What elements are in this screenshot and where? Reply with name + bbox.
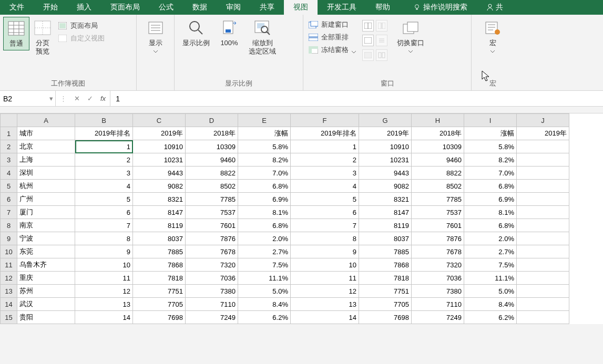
reset-position-button[interactable] bbox=[376, 49, 387, 61]
row-header-9[interactable]: 9 bbox=[1, 232, 17, 245]
cell[interactable]: 2 bbox=[291, 153, 359, 167]
cell[interactable]: 5 bbox=[75, 193, 133, 206]
cell[interactable]: 7380 bbox=[186, 285, 238, 298]
cell[interactable]: 11.1% bbox=[464, 272, 517, 285]
cell[interactable]: 2019年 bbox=[359, 127, 412, 140]
cell[interactable]: 7876 bbox=[412, 232, 464, 245]
cell[interactable]: 7110 bbox=[412, 298, 464, 311]
cell[interactable]: 2.0% bbox=[464, 232, 517, 245]
col-header-C[interactable]: C bbox=[133, 114, 186, 127]
cell[interactable]: 10 bbox=[291, 258, 359, 272]
spreadsheet-grid[interactable]: ABCDEFGHIJ1城市2019年排名2019年2018年涨幅2019年排名2… bbox=[0, 113, 603, 324]
cell[interactable]: 城市 bbox=[17, 127, 75, 140]
cell[interactable]: 7751 bbox=[359, 285, 412, 298]
cell[interactable] bbox=[517, 298, 569, 311]
cell[interactable]: 7 bbox=[75, 219, 133, 232]
cell[interactable]: 12 bbox=[291, 285, 359, 298]
cell[interactable]: 8 bbox=[291, 232, 359, 245]
cell[interactable]: 7249 bbox=[412, 311, 464, 324]
cell[interactable]: 9082 bbox=[359, 180, 412, 193]
cell[interactable]: 8119 bbox=[133, 219, 186, 232]
row-header-3[interactable]: 3 bbox=[1, 153, 17, 167]
cell[interactable]: 7.5% bbox=[464, 258, 517, 272]
cell[interactable]: 8 bbox=[75, 232, 133, 245]
row-header-2[interactable]: 2 bbox=[1, 140, 17, 153]
cell[interactable]: 1 bbox=[75, 140, 133, 153]
cell[interactable]: 上海 bbox=[17, 153, 75, 167]
cell[interactable] bbox=[517, 258, 569, 272]
cell[interactable]: 7036 bbox=[412, 272, 464, 285]
name-box-input[interactable] bbox=[3, 95, 52, 103]
menu-开发工具[interactable]: 开发工具 bbox=[318, 0, 366, 15]
cell[interactable]: 6.9% bbox=[464, 193, 517, 206]
row-header-11[interactable]: 11 bbox=[1, 258, 17, 272]
menu-页面布局[interactable]: 页面布局 bbox=[101, 0, 149, 15]
cell[interactable]: 7785 bbox=[412, 193, 464, 206]
menu-公式[interactable]: 公式 bbox=[149, 0, 183, 15]
cell[interactable]: 7698 bbox=[359, 311, 412, 324]
cell[interactable]: 7698 bbox=[133, 311, 186, 324]
cell[interactable]: 9 bbox=[75, 245, 133, 258]
cell[interactable]: 7785 bbox=[186, 193, 238, 206]
cell[interactable]: 7.5% bbox=[238, 258, 291, 272]
cell[interactable]: 7601 bbox=[412, 219, 464, 232]
cell[interactable]: 7249 bbox=[186, 311, 238, 324]
cell[interactable]: 7705 bbox=[133, 298, 186, 311]
col-header-D[interactable]: D bbox=[186, 114, 238, 127]
row-header-7[interactable]: 7 bbox=[1, 206, 17, 219]
cell[interactable]: 11.1% bbox=[238, 272, 291, 285]
cell[interactable]: 7678 bbox=[412, 245, 464, 258]
row-header-8[interactable]: 8 bbox=[1, 219, 17, 232]
cell[interactable]: 2019年 bbox=[133, 127, 186, 140]
cell[interactable]: 6.8% bbox=[464, 180, 517, 193]
cell[interactable]: 深圳 bbox=[17, 167, 75, 180]
cell[interactable]: 11 bbox=[291, 272, 359, 285]
cell[interactable]: 7036 bbox=[186, 272, 238, 285]
cell[interactable]: 杭州 bbox=[17, 180, 75, 193]
cell[interactable]: 北京 bbox=[17, 140, 75, 153]
split-button[interactable] bbox=[362, 20, 374, 32]
cell[interactable]: 7818 bbox=[359, 272, 412, 285]
cell[interactable]: 7751 bbox=[133, 285, 186, 298]
cell[interactable]: 10231 bbox=[133, 153, 186, 167]
formula-input[interactable]: 1 bbox=[110, 91, 603, 106]
row-header-15[interactable]: 15 bbox=[1, 311, 17, 324]
cell[interactable]: 12 bbox=[75, 285, 133, 298]
col-header-A[interactable]: A bbox=[17, 114, 75, 127]
unhide-window-button[interactable] bbox=[362, 49, 374, 61]
cell[interactable]: 9443 bbox=[359, 167, 412, 180]
col-header-H[interactable]: H bbox=[412, 114, 464, 127]
cell[interactable]: 7320 bbox=[412, 258, 464, 272]
confirm-icon[interactable]: ✓ bbox=[87, 95, 93, 102]
cell[interactable]: 7110 bbox=[186, 298, 238, 311]
cell[interactable]: 7537 bbox=[412, 206, 464, 219]
cell[interactable] bbox=[517, 206, 569, 219]
cell[interactable]: 乌鲁木齐 bbox=[17, 258, 75, 272]
menu-数据[interactable]: 数据 bbox=[183, 0, 217, 15]
cell[interactable]: 10309 bbox=[412, 140, 464, 153]
cell[interactable]: 8147 bbox=[133, 206, 186, 219]
cell[interactable]: 6.2% bbox=[238, 311, 291, 324]
cell[interactable]: 6.8% bbox=[464, 219, 517, 232]
cell[interactable]: 9 bbox=[291, 245, 359, 258]
cell[interactable]: 7818 bbox=[133, 272, 186, 285]
cell[interactable]: 10910 bbox=[133, 140, 186, 153]
share-button[interactable]: 共 bbox=[477, 0, 513, 15]
cell[interactable]: 8502 bbox=[186, 180, 238, 193]
zoom-100-button[interactable]: 100% bbox=[214, 17, 244, 49]
cell[interactable]: 2.0% bbox=[238, 232, 291, 245]
cell[interactable]: 7320 bbox=[186, 258, 238, 272]
zoom-selection-button[interactable]: 缩放到 选定区域 bbox=[244, 17, 281, 57]
row-header-1[interactable]: 1 bbox=[1, 127, 17, 140]
page-layout-button[interactable]: 页面布局 bbox=[58, 21, 105, 30]
cell[interactable] bbox=[517, 167, 569, 180]
cell[interactable]: 8037 bbox=[133, 232, 186, 245]
custom-views-button[interactable]: 自定义视图 bbox=[58, 34, 105, 43]
cell[interactable]: 宁波 bbox=[17, 232, 75, 245]
cell[interactable]: 10 bbox=[75, 258, 133, 272]
cell[interactable]: 6 bbox=[291, 206, 359, 219]
cell[interactable]: 10231 bbox=[359, 153, 412, 167]
row-header-10[interactable]: 10 bbox=[1, 245, 17, 258]
cell[interactable]: 7 bbox=[291, 219, 359, 232]
cell[interactable]: 6.2% bbox=[464, 311, 517, 324]
